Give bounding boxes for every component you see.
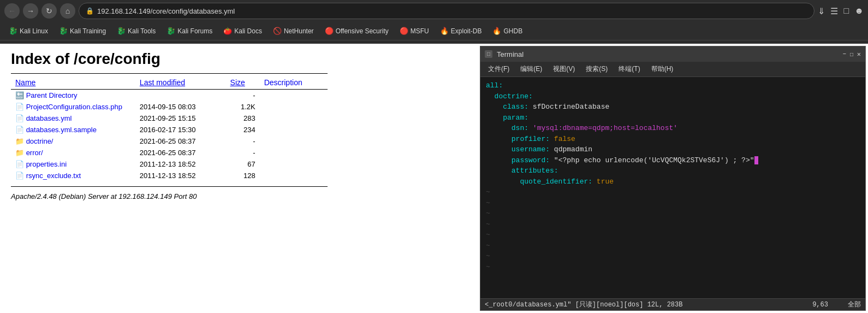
terminal-menu-help[interactable]: 帮助(H) [646,63,679,75]
terminal-line: param: [486,113,860,123]
bookmark-kali-training[interactable]: 🐉 Kali Training [55,25,110,37]
reload-button[interactable]: ↻ [41,3,57,19]
folder-link[interactable]: doctrine/ [26,137,53,145]
size-sort-link[interactable]: Size [230,78,245,87]
bookmark-exploit-db-label: Exploit-DB [451,27,482,35]
bookmark-msfu[interactable]: 🔴 MSFU [395,25,433,37]
bookmarks-bar: 🐉 Kali Linux 🐉 Kali Training 🐉 Kali Tool… [0,22,868,40]
tabs-icon[interactable]: □ [843,6,849,16]
terminal-maximize-button[interactable]: ☐ [850,50,854,58]
parent-dir-link[interactable]: Parent Directory [26,91,78,99]
file-desc-cell [260,113,328,124]
file-date-cell: 2014-09-15 08:03 [135,101,226,113]
terminal-line: ~ [486,208,860,219]
terminal-line: dsn: 'mysql:dbname=qdpm;host=localhost' [486,123,860,134]
table-row: 📄 databases.yml 2021-09-25 15:15 283 [11,113,328,124]
terminal-menubar: 文件(F) 编辑(E) 视图(V) 搜索(S) 终端(T) 帮助(H) [480,62,865,77]
file-name-cell: 🔙 Parent Directory [11,90,135,102]
col-header-size[interactable]: Size [226,76,260,90]
terminal-titlebar: □ Terminal – ☐ ✕ [480,46,865,62]
file-link[interactable]: databases.yml.sample [26,126,97,134]
address-bar[interactable]: 🔒 192.168.124.149/core/config/databases.… [79,3,815,19]
page-title: Index of /core/config [11,50,467,68]
forward-button[interactable]: → [23,3,38,19]
file-size-cell: - [226,147,260,158]
file-desc-cell [260,147,328,158]
bookmarks-icon[interactable]: ☰ [830,6,838,16]
bookmark-exploit-db[interactable]: 🔥 Exploit-DB [436,25,486,37]
file-desc-cell [260,170,328,184]
terminal-line: profiler: false [486,134,860,145]
bookmark-kali-training-label: Kali Training [70,27,106,35]
file-icon: 📄 [15,172,24,180]
file-date-cell: 2021-09-25 15:15 [135,113,226,124]
terminal-line: class: sfDoctrineDatabase [486,102,860,113]
file-desc-cell [260,101,328,113]
table-row: 📄 ProjectConfiguration.class.php 2014-09… [11,101,328,113]
file-size-cell: 128 [226,170,260,184]
file-desc-cell [260,135,328,147]
file-name-cell: 📁 error/ [11,147,135,158]
ghdb-icon: 🔥 [492,27,501,35]
exploit-db-icon: 🔥 [440,27,449,35]
terminal-title-left: □ Terminal [485,50,524,58]
home-button[interactable]: ⌂ [60,3,75,19]
name-sort-link[interactable]: Name [15,78,35,87]
terminal-title-text: Terminal [497,50,524,58]
download-icon[interactable]: ⇓ [818,6,825,16]
file-date-cell [135,90,226,102]
back-button[interactable]: ← [4,3,20,19]
file-link[interactable]: databases.yml [26,114,72,122]
file-date-cell: 2021-06-25 08:37 [135,147,226,158]
terminal-menu-edit[interactable]: 编辑(E) [515,63,548,75]
bookmark-ghdb-label: GHDB [503,27,522,35]
folder-link[interactable]: error/ [26,149,43,157]
col-header-date[interactable]: Last modified [135,76,226,90]
offensive-security-icon: 🔴 [325,27,334,35]
file-date-cell: 2021-06-25 08:37 [135,135,226,147]
col-header-name[interactable]: Name [11,76,135,90]
terminal-minimize-button[interactable]: – [842,50,846,58]
terminal-menu-file[interactable]: 文件(F) [483,63,515,75]
file-name-cell: 📄 ProjectConfiguration.class.php [11,101,135,113]
terminal-body[interactable]: all: doctrine: class: sfDoctrineDatabase… [480,77,865,298]
terminal-line: ~ [486,219,860,230]
terminal-close-x-button[interactable]: ✕ [857,50,861,58]
bookmark-ghdb[interactable]: 🔥 GHDB [488,25,527,37]
terminal-close-button[interactable]: □ [485,50,492,58]
terminal-line: doctrine: [486,91,860,102]
file-link[interactable]: ProjectConfiguration.class.php [26,103,122,111]
bookmark-nethunter-label: NetHunter [284,27,314,35]
file-size-cell: 234 [226,124,260,135]
terminal-line: ~ [486,187,860,198]
file-link[interactable]: properties.ini [26,160,67,168]
bookmark-kali-linux[interactable]: 🐉 Kali Linux [4,25,52,37]
file-name-cell: 📁 doctrine/ [11,135,135,147]
bookmark-kali-forums[interactable]: 🐉 Kali Forums [162,25,217,37]
bookmark-kali-docs[interactable]: 🍅 Kali Docs [219,25,266,37]
terminal-line: ~ [486,240,860,251]
date-sort-link[interactable]: Last modified [140,78,185,87]
file-size-cell: 67 [226,158,260,170]
bookmark-kali-docs-label: Kali Docs [234,27,262,35]
file-date-cell: 2011-12-13 18:52 [135,170,226,184]
file-link[interactable]: rsync_exclude.txt [26,172,81,180]
file-icon: 📄 [15,114,24,122]
kali-linux-icon: 🐉 [9,27,17,35]
profile-icon[interactable]: ☻ [854,6,864,16]
bookmark-offensive-security-label: Offensive Security [336,27,389,35]
terminal-line: ~ [486,229,860,240]
bookmark-offensive-security[interactable]: 🔴 Offensive Security [320,25,393,37]
terminal-menu-view[interactable]: 视图(V) [548,63,580,75]
terminal-menu-terminal[interactable]: 终端(T) [613,63,645,75]
webpage: Index of /core/config Name Last modified… [0,44,478,313]
file-date-cell: 2016-02-17 15:30 [135,124,226,135]
kali-forums-icon: 🐉 [167,27,175,35]
bookmark-kali-tools[interactable]: 🐉 Kali Tools [112,25,160,37]
terminal-window-buttons: – ☐ ✕ [842,50,861,58]
bookmark-nethunter[interactable]: 🚫 NetHunter [269,25,318,37]
file-icon: 📄 [15,160,24,168]
terminal-menu-search[interactable]: 搜索(S) [580,63,613,75]
file-size-cell: - [226,90,260,102]
file-name-cell: 📄 databases.yml [11,113,135,124]
